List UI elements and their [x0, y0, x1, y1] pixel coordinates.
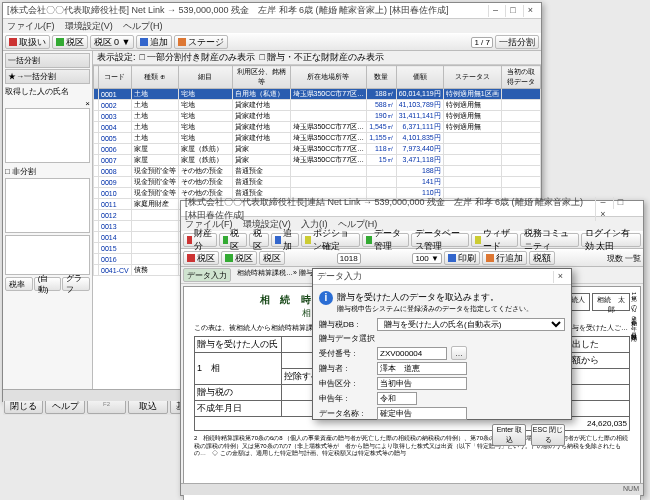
col-header[interactable]: 当初の取得データ [501, 66, 540, 89]
filter-chk2[interactable]: □ 贈与・不正な財財産のみ表示 [259, 51, 384, 64]
window-controls: – □ × [487, 5, 537, 17]
tb2-3[interactable]: 税区 [259, 251, 285, 265]
blue-icon [140, 38, 148, 46]
col-header[interactable]: 細目 [178, 66, 232, 89]
lp-list1[interactable] [5, 108, 90, 163]
plus-icon [486, 254, 494, 262]
close-icon[interactable]: × [523, 5, 537, 17]
col-header[interactable]: 利用区分、銘柄等 [232, 66, 290, 89]
tb-tax1[interactable]: 税区 [52, 35, 88, 49]
table-row[interactable]: 0002土地宅地貸家建付地588㎡41,103,789円特例適用無 [94, 100, 541, 111]
lp-tab1[interactable]: 税率 [5, 277, 33, 291]
table-row[interactable]: 0006家屋家屋（鉄筋）貸家埼玉県350CC市77区…118㎡7,973,440… [94, 144, 541, 155]
maximize-icon[interactable]: □ [505, 5, 519, 17]
btn-import[interactable]: Enter 取込 [492, 424, 526, 446]
dlg-title: データ入力 [317, 270, 362, 283]
red-icon [187, 236, 192, 244]
tb2-amt[interactable]: 税額 [529, 251, 555, 265]
l-dc: 申告区分 : [319, 378, 373, 389]
l-dt: 申告年 : [319, 393, 373, 404]
tb-pos[interactable]: ポジション確定 [301, 233, 360, 247]
minimize-icon[interactable]: – [595, 197, 609, 209]
table-row[interactable]: 0004土地宅地貸家建付地埼玉県350CC市77区…1,545㎡6,371,11… [94, 122, 541, 133]
filter-label: 表示設定: [97, 51, 136, 64]
orange-icon [178, 38, 186, 46]
tb-comm[interactable]: 税務コミュニティ [520, 233, 579, 247]
tb-t2[interactable]: 税区 [249, 233, 270, 247]
table-row[interactable]: 0005土地宅地貸家建付地埼玉県350CC市77区…1,155㎡4,101,83… [94, 133, 541, 144]
table-row[interactable]: 0001土地宅地自用地（私道）埼玉県350CC市77区…188㎡60,014,1… [94, 89, 541, 100]
close-icon[interactable]: × [595, 209, 609, 221]
lp-h1: 一括分割 [5, 53, 90, 68]
menu-file[interactable]: ファイル(F) [7, 21, 55, 31]
tb-tax2[interactable]: 税区0 ▼ [90, 35, 134, 49]
tb2-1[interactable]: 税区 [183, 251, 219, 265]
in-dc[interactable] [377, 377, 467, 390]
lp-chk[interactable]: □ 非分割 [5, 165, 90, 178]
pages[interactable]: 1018 [337, 253, 361, 264]
tb-stage[interactable]: ステージ [174, 35, 228, 49]
btn-close[interactable]: ESC 閉じる [531, 424, 565, 446]
filter-chk1[interactable]: □ 一部分割付き財産のみ表示 [140, 51, 256, 64]
sec1: 贈与を受けた人の氏 [195, 337, 282, 353]
lp-tab2[interactable]: (自動) [34, 277, 62, 291]
tb-data[interactable]: データ管理 [362, 233, 409, 247]
tb-bulk[interactable]: 一括分割 [495, 35, 539, 49]
toolbar: 取扱い 税区 税区0 ▼ 追加 ステージ 1 / 7 一括分割 [3, 33, 541, 51]
col-header[interactable]: 所在地場所等 [290, 66, 367, 89]
sel-db[interactable]: 贈与を受けた人の氏名(自動表示) [377, 318, 565, 331]
import-dialog: データ入力 × i 贈与を受けた人のデータを取込みます。 贈与税申告システムに登… [312, 268, 572, 420]
table-row[interactable]: 0003土地宅地貸家建付地190㎡31,411,141円特例適用無 [94, 111, 541, 122]
window-controls: – □ × [594, 197, 639, 221]
lp-h2[interactable]: ★→一括分割 [5, 69, 90, 84]
th1: 1 相 [195, 353, 282, 385]
tb-add[interactable]: 追加 [271, 233, 299, 247]
title-text: [株式会社〇〇代表取締役社長] Net Link → 539,000,000 残… [7, 4, 449, 17]
table-row[interactable]: 0008現金預貯金等その他の預金普通預金188円 [94, 166, 541, 177]
tab-data-input[interactable]: データ入力 [183, 268, 231, 282]
close-icon[interactable]: × [553, 271, 567, 283]
tb-login[interactable]: ログイン有効 太田 [581, 233, 641, 247]
tb-handling[interactable]: 取扱い [5, 35, 50, 49]
in-dn[interactable] [377, 407, 467, 420]
lp-clear[interactable]: × [5, 99, 90, 108]
wand-icon [475, 236, 481, 244]
titlebar[interactable]: [株式会社〇〇代表取締役社長] Net Link → 539,000,000 残… [3, 3, 541, 19]
l-group: 贈与データ選択 [319, 333, 565, 344]
col-header[interactable]: 数量 [367, 66, 397, 89]
table-row[interactable]: 0007家屋家屋（鉄筋）貸家埼玉県350CC市77区…15㎡3,471,118円 [94, 155, 541, 166]
red-icon [9, 38, 17, 46]
col-header[interactable]: コード [99, 66, 132, 89]
maximize-icon[interactable]: □ [613, 197, 627, 209]
pager[interactable]: 1 / 7 [471, 37, 493, 48]
tb2-print[interactable]: 印刷 [444, 251, 480, 265]
table-row[interactable]: 0009現金預貯金等その他の預金普通預金141円 [94, 177, 541, 188]
tb-wiz[interactable]: ウィザード [471, 233, 518, 247]
menu-help[interactable]: ヘルプ(H) [123, 21, 163, 31]
tb-db[interactable]: データベース管理 [411, 233, 470, 247]
tb-t1[interactable]: 税区 [219, 233, 247, 247]
titlebar[interactable]: [株式会社〇〇代表取締役社長]連結 Net Link → 539,000,000… [181, 201, 643, 217]
lp-list2[interactable] [5, 178, 90, 233]
lookup-icon[interactable]: … [451, 346, 467, 360]
l-db: 贈与税DB : [319, 319, 373, 330]
in-nm[interactable] [377, 362, 467, 375]
green-icon [366, 236, 372, 244]
zoom[interactable]: 100 ▼ [412, 253, 442, 264]
menubar: ファイル(F) 環境設定(V) ヘルプ(H) [3, 19, 541, 33]
tb2-addrow[interactable]: 行追加 [482, 251, 527, 265]
green-icon [56, 38, 64, 46]
tb2-2[interactable]: 税区 [221, 251, 257, 265]
tb-add[interactable]: 追加 [136, 35, 172, 49]
in-dt[interactable] [377, 392, 417, 405]
tb-asset[interactable]: 財産分 [183, 233, 217, 247]
col-header[interactable]: 種類 ⊕ [131, 66, 178, 89]
lp-tab3[interactable]: グラフ [62, 277, 90, 291]
col-header[interactable]: 価額 [396, 66, 443, 89]
lp-list3[interactable] [5, 235, 90, 275]
minimize-icon[interactable]: – [488, 5, 502, 17]
col-header[interactable]: ステータス [443, 66, 501, 89]
menu-env[interactable]: 環境設定(V) [65, 21, 113, 31]
dlg-titlebar[interactable]: データ入力 × [313, 269, 571, 285]
in-no[interactable] [377, 347, 447, 360]
